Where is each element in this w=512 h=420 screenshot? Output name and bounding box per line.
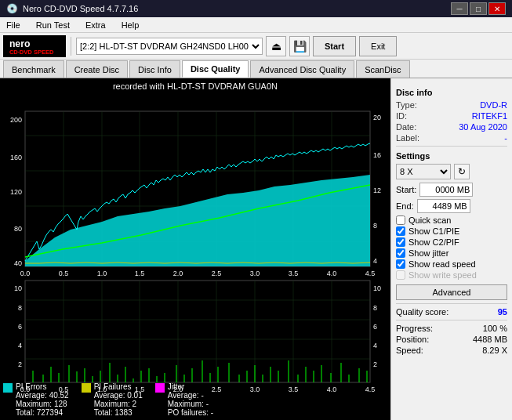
svg-text:10: 10 — [373, 284, 381, 292]
refresh-icon-btn[interactable]: ↻ — [454, 164, 470, 179]
right-panel: Disc info Type: DVD-R ID: RITEKF1 Date: … — [390, 78, 512, 420]
tabs-bar: Benchmark Create Disc Disc Info Disc Qua… — [0, 60, 512, 78]
tab-disc-quality[interactable]: Disc Quality — [182, 60, 249, 78]
position-value: 4488 MB — [473, 335, 507, 344]
svg-text:8: 8 — [373, 304, 377, 312]
pi-failures-max-value: 2 — [133, 400, 137, 408]
menu-file[interactable]: File — [3, 20, 24, 31]
quality-score-label: Quality score: — [396, 307, 448, 317]
svg-text:8: 8 — [18, 304, 22, 312]
nero-logo: nero CD·DVD SPEED — [3, 35, 66, 57]
menu-extra[interactable]: Extra — [82, 20, 109, 31]
show-c1-checkbox[interactable] — [396, 226, 405, 236]
disc-type-row: Type: DVD-R — [396, 100, 507, 110]
title-bar: 💿 Nero CD-DVD Speed 4.7.7.16 ─ □ ✕ — [0, 0, 512, 17]
show-write-speed-row: Show write speed — [396, 270, 507, 280]
position-row: Position: 4488 MB — [396, 335, 507, 344]
show-c1-row: Show C1/PIE — [396, 226, 507, 236]
pi-failures-legend-box — [82, 383, 91, 393]
show-read-speed-checkbox[interactable] — [396, 259, 405, 269]
settings-speed-row: 8 X ↻ — [396, 164, 507, 179]
end-input[interactable] — [417, 199, 470, 213]
progress-value: 100 % — [483, 324, 507, 333]
pi-errors-total-value: 727394 — [37, 408, 63, 417]
disc-id-row: ID: RITEKF1 — [396, 111, 507, 121]
pi-errors-max-label: Maximum: — [16, 400, 52, 408]
legend-area: PI Errors Average: 40.52 Maximum: 128 To… — [3, 382, 387, 417]
toolbar: nero CD·DVD SPEED [2:2] HL-DT-ST DVDRAM … — [0, 33, 512, 60]
start-button[interactable]: Start — [313, 36, 356, 56]
disc-label-value: - — [504, 133, 507, 143]
pi-errors-max-value: 128 — [54, 400, 67, 408]
drive-select[interactable]: [2:2] HL-DT-ST DVDRAM GH24NSD0 LH00 — [76, 38, 263, 55]
tab-scan-disc[interactable]: ScanDisc — [356, 60, 409, 78]
svg-text:1.5: 1.5 — [135, 270, 145, 277]
quality-score-value: 95 — [498, 307, 507, 317]
pi-failures-avg-value: 0.01 — [127, 391, 142, 400]
disc-id-label: ID: — [396, 111, 407, 121]
svg-text:40: 40 — [14, 259, 22, 267]
pi-failures-avg-label: Average: — [94, 391, 125, 400]
quality-score-row: Quality score: 95 — [396, 307, 507, 317]
svg-text:4.0: 4.0 — [327, 270, 337, 277]
svg-text:2.5: 2.5 — [212, 270, 222, 277]
po-failures-value: - — [211, 408, 213, 417]
show-jitter-row: Show jitter — [396, 248, 507, 258]
svg-text:10: 10 — [14, 284, 22, 292]
svg-text:1.0: 1.0 — [97, 270, 107, 277]
menu-run-test[interactable]: Run Test — [33, 20, 73, 31]
exit-button[interactable]: Exit — [359, 36, 397, 56]
maximize-button[interactable]: □ — [470, 2, 487, 15]
svg-text:200: 200 — [10, 116, 22, 124]
svg-text:2.0: 2.0 — [173, 270, 183, 277]
eject-icon-btn[interactable]: ⏏ — [266, 36, 286, 56]
menu-help[interactable]: Help — [118, 20, 143, 31]
close-button[interactable]: ✕ — [488, 2, 506, 15]
pi-failures-total-value: 1383 — [114, 408, 132, 417]
svg-text:0.5: 0.5 — [59, 270, 69, 277]
disc-date-value: 30 Aug 2020 — [459, 122, 507, 132]
svg-text:CD·DVD SPEED: CD·DVD SPEED — [9, 49, 54, 56]
show-write-speed-label: Show write speed — [409, 270, 477, 280]
show-c2-checkbox[interactable] — [396, 237, 405, 247]
svg-text:4: 4 — [18, 342, 22, 349]
divider-3 — [396, 320, 507, 320]
show-read-speed-row: Show read speed — [396, 259, 507, 269]
divider-2 — [396, 303, 507, 304]
progress-label: Progress: — [396, 324, 433, 333]
chart-area: recorded with HL-DT-ST DVDRAM GUA0N 200 … — [0, 78, 390, 420]
tab-disc-info[interactable]: Disc Info — [129, 60, 180, 78]
pi-errors-avg-label: Average: — [16, 391, 47, 400]
show-jitter-checkbox[interactable] — [396, 248, 405, 258]
speed-select[interactable]: 8 X — [396, 164, 451, 179]
speed-row: Speed: 8.29 X — [396, 346, 507, 355]
pi-failures-total-label: Total: — [94, 408, 113, 417]
disc-date-label: Date: — [396, 122, 416, 132]
tab-create-disc[interactable]: Create Disc — [66, 60, 128, 78]
tab-benchmark[interactable]: Benchmark — [3, 60, 64, 78]
minimize-button[interactable]: ─ — [451, 2, 468, 15]
svg-text:nero: nero — [9, 38, 31, 49]
menu-bar: File Run Test Extra Help — [0, 17, 512, 33]
quick-scan-checkbox[interactable] — [396, 215, 405, 225]
advanced-button[interactable]: Advanced — [396, 284, 507, 300]
end-row: End: — [396, 199, 507, 213]
jitter-avg-value: - — [201, 391, 203, 400]
pi-failures-max-label: Maximum: — [94, 400, 130, 408]
start-label: Start: — [396, 185, 416, 194]
jitter-max-label: Maximum: — [168, 400, 204, 408]
speed-value: 8.29 X — [482, 346, 507, 355]
start-input[interactable] — [419, 183, 473, 197]
disc-type-label: Type: — [396, 100, 417, 110]
disc-label-row: Label: - — [396, 133, 507, 143]
speed-label: Speed: — [396, 346, 423, 355]
svg-text:4: 4 — [373, 342, 377, 349]
tab-advanced-disc-quality[interactable]: Advanced Disc Quality — [250, 60, 354, 78]
pi-failures-label: PI Failures — [94, 382, 143, 391]
end-label: End: — [396, 201, 414, 211]
pi-errors-label: PI Errors — [16, 382, 69, 391]
disc-id-value: RITEKF1 — [472, 111, 507, 121]
start-row: Start: — [396, 183, 507, 197]
save-icon-btn[interactable]: 💾 — [289, 36, 310, 56]
quick-scan-row: Quick scan — [396, 215, 507, 225]
